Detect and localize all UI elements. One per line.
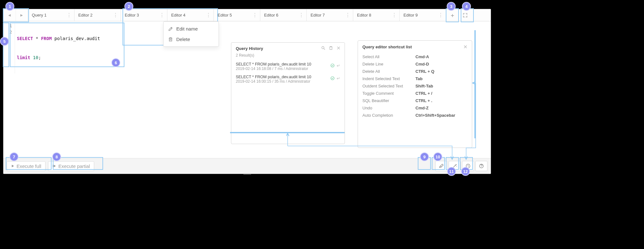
bottom-toolbar: Execute full Execute partial <box>4 158 491 174</box>
tab-editor-8[interactable]: Editor 8 ⋮ <box>353 9 400 21</box>
annotation-8: 8 <box>52 152 61 161</box>
annotation-2: 2 <box>124 2 133 11</box>
tab-label: Editor 6 <box>264 13 278 17</box>
tab-context-menu: Edit name Delete <box>163 21 219 47</box>
annotation-11: 11 <box>447 167 456 176</box>
ctx-delete[interactable]: Delete <box>164 34 219 45</box>
tab-more-icon[interactable]: ⋮ <box>159 13 165 18</box>
sql-editor-app: ◀ ▶ Query 1 ⋮ Editor 2 ⋮ Editor 3 ⋮ Edit… <box>3 9 491 174</box>
annotation-10: 10 <box>433 152 442 161</box>
code-editor[interactable]: 1 2 SELECT * FROM polaris_dev.audit limi… <box>4 21 491 158</box>
ctx-edit-name[interactable]: Edit name <box>164 24 219 34</box>
svg-rect-3 <box>52 165 53 167</box>
help-icon <box>479 163 484 169</box>
tab-label: Editor 5 <box>218 13 232 17</box>
play-partial-icon <box>52 164 57 168</box>
svg-point-0 <box>322 46 324 49</box>
execute-full-button[interactable]: Execute full <box>7 161 46 171</box>
tab-editor-7[interactable]: Editor 7 ⋮ <box>307 9 353 21</box>
annotation-5: 5 <box>0 37 9 46</box>
tab-label: Query 1 <box>32 13 46 17</box>
trash-icon <box>168 37 173 42</box>
annotation-3: 3 <box>447 2 456 11</box>
eraser-icon <box>438 163 444 169</box>
tabs-scroll-left[interactable]: ◀ <box>4 9 16 21</box>
search-icon[interactable] <box>321 46 326 51</box>
tab-bar: ◀ ▶ Query 1 ⋮ Editor 2 ⋮ Editor 3 ⋮ Edit… <box>4 9 491 21</box>
close-icon[interactable]: ✕ <box>463 44 467 50</box>
close-icon[interactable] <box>336 46 341 51</box>
tab-query-1[interactable]: Query 1 ⋮ <box>28 9 74 21</box>
tab-editor-4[interactable]: Editor 4 ⋮ <box>167 9 214 21</box>
shortcut-row: UndoCmd-Z <box>362 104 467 112</box>
shortcut-row: Toggle CommentCTRL + / <box>362 90 467 97</box>
tab-editor-6[interactable]: Editor 6 ⋮ <box>260 9 307 21</box>
shortcut-row: Outdent Selected TextShift-Tab <box>362 82 467 90</box>
clear-button[interactable] <box>435 161 447 171</box>
annotation-7: 7 <box>10 152 18 161</box>
play-icon <box>11 164 15 168</box>
tab-label: Editor 7 <box>311 13 325 17</box>
add-tab-button[interactable]: ＋ <box>446 9 459 21</box>
edit-icon <box>168 26 173 31</box>
shortcut-table: Select AllCmd-A Delete LineCmd-D Delete … <box>362 53 467 119</box>
resize-handle[interactable] <box>243 173 251 174</box>
success-icon <box>330 63 335 68</box>
tab-label: Editor 8 <box>357 13 371 17</box>
tabs-scroll-right[interactable]: ▶ <box>16 9 28 21</box>
help-button[interactable] <box>475 161 487 171</box>
tab-editor-3[interactable]: Editor 3 ⋮ <box>121 9 167 21</box>
history-meta: 2019-02-14 16:18:08 / 7 ms / Administrat… <box>236 66 340 71</box>
annotation-4: 4 <box>462 2 471 11</box>
annotation-12: 12 <box>461 167 470 176</box>
tab-more-icon[interactable]: ⋮ <box>205 13 212 18</box>
shortcut-row: Indent Selected TextTab <box>362 75 467 82</box>
tab-more-icon[interactable]: ⋮ <box>345 13 351 18</box>
shortcut-row: Select AllCmd-A <box>362 53 467 60</box>
svg-point-1 <box>331 64 334 67</box>
shortcut-row: Auto CompletionCtrl+Shift+Spacebar <box>362 112 467 119</box>
maximize-icon <box>462 12 468 18</box>
shortcut-panel: Query editor shortcut list ✕ Select AllC… <box>358 40 472 148</box>
annotation-1: 1 <box>5 2 14 11</box>
rerun-icon[interactable]: ↵ <box>337 63 340 68</box>
button-label: Execute partial <box>59 163 90 169</box>
tab-more-icon[interactable]: ⋮ <box>298 13 304 18</box>
tab-more-icon[interactable]: ⋮ <box>252 13 258 18</box>
code-lines: SELECT * FROM polaris_dev.audit limit 10… <box>15 23 100 73</box>
history-row[interactable]: SELECT * FROM polaris_dev.audit limit 10… <box>231 60 345 73</box>
panel-title: Query History <box>236 46 263 51</box>
ctx-label: Edit name <box>176 26 198 31</box>
trash-icon[interactable] <box>329 46 333 51</box>
tab-more-icon[interactable]: ⋮ <box>438 13 444 18</box>
tab-more-icon[interactable]: ⋮ <box>112 13 119 18</box>
maximize-button[interactable] <box>459 9 472 21</box>
history-query: SELECT * FROM polaris_dev.audit limit 10 <box>236 75 340 79</box>
query-history-panel: Query History 2 Result(s) SELECT * FROM … <box>231 42 345 144</box>
line-number: 2 <box>4 29 12 35</box>
tab-more-icon[interactable]: ⋮ <box>66 13 72 18</box>
gutter: 1 2 <box>4 23 15 73</box>
tab-editor-5[interactable]: Editor 5 ⋮ <box>214 9 260 21</box>
button-label: Execute full <box>17 163 41 169</box>
shortcut-row: Delete AllCTRL + Q <box>362 68 467 75</box>
history-meta: 2019-02-14 16:00:15 / 35 ms / Administra… <box>236 79 340 84</box>
tab-more-icon[interactable]: ⋮ <box>391 13 397 18</box>
ctx-label: Delete <box>176 37 190 42</box>
shortcut-row: SQL BeautifierCTRL + . <box>362 97 467 104</box>
rerun-icon[interactable]: ↵ <box>337 76 340 81</box>
tab-label: Editor 9 <box>403 13 418 17</box>
line-number: 1 <box>4 23 12 29</box>
panel-title: Query editor shortcut list <box>362 45 412 49</box>
tab-editor-9[interactable]: Editor 9 ⋮ <box>400 9 446 21</box>
tab-label: Editor 3 <box>125 13 139 17</box>
shortcut-row: Delete LineCmd-D <box>362 60 467 68</box>
tab-editor-2[interactable]: Editor 2 ⋮ <box>74 9 121 21</box>
annotation-9: 9 <box>420 152 429 161</box>
history-count: 2 Result(s) <box>231 53 345 60</box>
tab-label: Editor 2 <box>78 13 93 17</box>
execute-partial-button[interactable]: Execute partial <box>48 161 94 171</box>
tab-label: Editor 4 <box>171 13 186 17</box>
history-row[interactable]: SELECT * FROM polaris_dev.audit limit 10… <box>231 73 345 86</box>
success-icon <box>330 76 335 80</box>
